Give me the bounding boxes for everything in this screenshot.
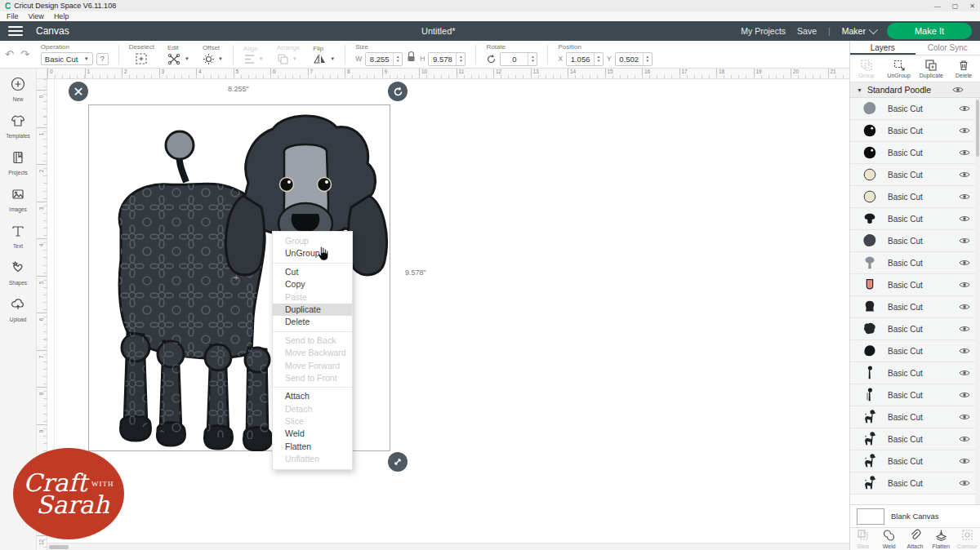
rotate-input[interactable]: [501, 53, 528, 65]
layer-visibility-eye-icon[interactable]: [959, 171, 970, 179]
layer-row-18[interactable]: Basic Cut: [850, 472, 980, 495]
layer-visibility-eye-icon[interactable]: [959, 259, 970, 267]
machine-selector[interactable]: Maker: [842, 26, 875, 36]
layer-visibility-eye-icon[interactable]: [959, 413, 970, 421]
layer-visibility-eye-icon[interactable]: [959, 215, 970, 223]
sidebar-item-upload[interactable]: Upload: [0, 294, 36, 325]
menu-item-copy[interactable]: Copy: [273, 278, 352, 291]
layer-group-header[interactable]: ▼ Standard Poodle: [850, 82, 980, 98]
group-visibility-eye-icon[interactable]: [952, 86, 964, 94]
sidebar-item-new[interactable]: New: [0, 73, 36, 104]
layer-row-14[interactable]: Basic Cut: [850, 384, 980, 406]
layer-row-17[interactable]: Basic Cut: [850, 450, 980, 472]
layer-row-16[interactable]: Basic Cut: [850, 428, 980, 450]
layer-row-10[interactable]: Basic Cut: [850, 296, 980, 318]
tab-layers[interactable]: Layers: [850, 41, 915, 55]
deselect-handle[interactable]: ✕: [69, 82, 88, 101]
flip-caret-icon[interactable]: ▼: [330, 56, 335, 61]
layer-row-7[interactable]: Basic Cut: [850, 230, 980, 252]
offset-caret-icon[interactable]: ▼: [218, 56, 223, 61]
layer-row-2[interactable]: Basic Cut: [850, 120, 980, 142]
width-input[interactable]: [366, 53, 393, 65]
rotate-handle[interactable]: [388, 82, 408, 101]
resize-handle[interactable]: [388, 452, 408, 472]
layer-visibility-eye-icon[interactable]: [959, 325, 970, 333]
flip-icon[interactable]: [313, 54, 327, 64]
layer-visibility-eye-icon[interactable]: [959, 457, 970, 465]
rotate-stepper[interactable]: ▲▼: [500, 52, 537, 66]
menu-item-flatten[interactable]: Flatten: [273, 441, 352, 453]
layer-row-15[interactable]: Basic Cut: [850, 406, 980, 428]
layer-visibility-eye-icon[interactable]: [959, 347, 970, 355]
sidebar-item-text[interactable]: Text: [0, 220, 36, 251]
layer-row-12[interactable]: Basic Cut: [850, 340, 980, 362]
delete-button[interactable]: Delete: [947, 55, 980, 82]
collapse-chevron-icon[interactable]: ▼: [857, 87, 862, 93]
menu-view[interactable]: View: [29, 12, 44, 20]
layer-visibility-eye-icon[interactable]: [959, 369, 970, 377]
sidebar-item-images[interactable]: Images: [0, 184, 36, 215]
tab-color-sync[interactable]: Color Sync: [915, 41, 980, 55]
layers-scrollbar-thumb[interactable]: [976, 100, 979, 157]
offset-icon[interactable]: [203, 53, 215, 65]
save-link[interactable]: Save: [797, 26, 817, 36]
horizontal-scrollbar[interactable]: [47, 543, 849, 550]
ungroup-button[interactable]: UnGroup: [883, 55, 915, 82]
layer-visibility-eye-icon[interactable]: [959, 126, 970, 135]
width-stepper[interactable]: ▲▼: [365, 52, 403, 66]
redo-icon[interactable]: ↷: [20, 48, 29, 60]
edit-caret-icon[interactable]: ▼: [185, 56, 189, 61]
my-projects-link[interactable]: My Projects: [741, 26, 786, 36]
menu-item-delete[interactable]: Delete: [273, 316, 352, 328]
layer-row-4[interactable]: Basic Cut: [850, 164, 980, 186]
attach-tool-button[interactable]: Attach: [902, 528, 929, 550]
make-it-button[interactable]: Make It: [887, 23, 972, 39]
height-input[interactable]: [429, 53, 456, 65]
layers-scrollbar[interactable]: [975, 98, 980, 504]
layer-row-6[interactable]: Basic Cut: [850, 208, 980, 230]
menu-file[interactable]: File: [7, 12, 19, 20]
layer-row-3[interactable]: Basic Cut: [850, 142, 980, 164]
operation-dropdown[interactable]: Basic Cut▼: [41, 52, 93, 65]
horizontal-scrollbar-thumb[interactable]: [49, 545, 69, 549]
undo-icon[interactable]: ↶: [5, 48, 14, 60]
layer-row-13[interactable]: Basic Cut: [850, 362, 980, 384]
canvas-layer-row[interactable]: Blank Canvas: [850, 504, 980, 527]
position-y-input[interactable]: [616, 53, 643, 65]
sidebar-item-templates[interactable]: Templates: [0, 110, 36, 141]
menu-help[interactable]: Help: [54, 12, 69, 20]
layer-row-1[interactable]: Basic Cut: [850, 98, 980, 120]
position-y-stepper[interactable]: ▲▼: [615, 52, 653, 66]
layer-visibility-eye-icon[interactable]: [959, 435, 970, 443]
layer-visibility-eye-icon[interactable]: [959, 391, 970, 399]
hamburger-menu-icon[interactable]: [8, 26, 23, 36]
layer-visibility-eye-icon[interactable]: [959, 193, 970, 201]
weld-tool-button[interactable]: Weld: [876, 528, 902, 550]
layer-row-8[interactable]: Basic Cut: [850, 252, 980, 274]
menu-item-cut[interactable]: Cut: [273, 266, 352, 278]
layer-visibility-eye-icon[interactable]: [959, 149, 970, 157]
height-stepper[interactable]: ▲▼: [428, 52, 466, 66]
minimize-button[interactable]: —: [934, 2, 941, 10]
layer-visibility-eye-icon[interactable]: [959, 479, 970, 487]
close-button[interactable]: ✕: [969, 2, 975, 10]
maximize-button[interactable]: ▢: [952, 2, 959, 10]
deselect-icon[interactable]: [135, 52, 148, 65]
layer-visibility-eye-icon[interactable]: [959, 237, 970, 245]
position-x-stepper[interactable]: ▲▼: [566, 52, 604, 66]
menu-item-attach[interactable]: Attach: [273, 390, 352, 402]
position-x-input[interactable]: [567, 53, 594, 65]
layer-row-9[interactable]: Basic Cut: [850, 274, 980, 296]
sidebar-item-projects[interactable]: Projects: [0, 147, 36, 178]
layer-row-5[interactable]: Basic Cut: [850, 186, 980, 208]
duplicate-button[interactable]: Duplicate: [915, 55, 948, 82]
lock-aspect-icon[interactable]: [406, 51, 416, 62]
layer-visibility-eye-icon[interactable]: [959, 281, 970, 289]
sidebar-item-shapes[interactable]: Shapes: [0, 257, 36, 288]
menu-item-ungroup[interactable]: UnGroup: [273, 247, 352, 259]
menu-item-weld[interactable]: Weld: [273, 428, 352, 440]
menu-item-duplicate[interactable]: Duplicate: [273, 304, 352, 316]
operation-help-button[interactable]: ?: [96, 53, 109, 65]
layer-visibility-eye-icon[interactable]: [959, 104, 970, 113]
canvas-content[interactable]: 8.255" 9.578" ✕ + GroupUnGroupCutCopyPas…: [47, 79, 849, 550]
